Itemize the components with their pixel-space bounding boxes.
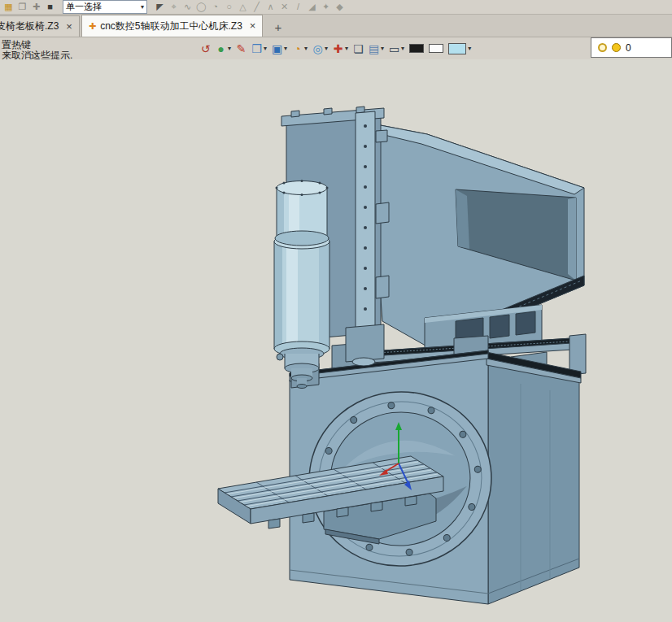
snap-line-icon[interactable]: ╱ (250, 1, 264, 13)
light-color-icon[interactable] (612, 43, 621, 52)
view-toolbar: 置热键 来取消这些提示. ↺●▾✎❒▾▣▾◔▾◎▾✚▾❏▤▾▭▾▾ 0 (0, 37, 672, 59)
selection-mode-value: 单一选择 (66, 1, 102, 13)
color-wheel-icon-dropdown[interactable]: ▾ (304, 42, 308, 55)
snap-polyline-icon[interactable]: ∧ (264, 1, 277, 13)
material-render-icon[interactable]: ● (214, 41, 228, 56)
snap-diamond-icon[interactable]: ◆ (333, 1, 347, 13)
app-window: ▦❐✚■ 单一选择 ▾ ◤⌖∿◯◔○△╱∧✕/◢✦◆ 皮椅老板椅.Z3 × ✚ … (0, 0, 672, 622)
document-tab-bar: 皮椅老板椅.Z3 × ✚ cnc数控5轴联动加工中心机床.Z3 × + (0, 15, 672, 37)
tab-document-cnc-machine[interactable]: ✚ cnc数控5轴联动加工中心机床.Z3 × (81, 15, 264, 37)
modified-document-icon: ✚ (89, 21, 96, 32)
black-color-swatch[interactable] (409, 44, 424, 53)
display-monitor-icon-dropdown[interactable]: ▾ (401, 42, 404, 55)
snap-point-icon[interactable]: ⌖ (167, 1, 181, 13)
color-wheel-icon[interactable]: ◔ (290, 41, 304, 56)
shade-mode-icon[interactable]: ◎ (311, 41, 325, 56)
lightbulb-on-icon[interactable] (598, 43, 607, 52)
top-toolbar: ▦❐✚■ 单一选择 ▾ ◤⌖∿◯◔○△╱∧✕/◢✦◆ (0, 0, 672, 15)
model-canvas[interactable] (0, 59, 672, 622)
snap-star-icon[interactable]: ✦ (319, 1, 333, 13)
new-tab-button[interactable]: + (274, 22, 281, 33)
measure-pencil-icon[interactable]: ✎ (234, 41, 248, 56)
tab-close-icon[interactable]: × (250, 21, 256, 31)
material-render-icon-dropdown[interactable]: ▾ (228, 42, 231, 55)
tab-label: 皮椅老板椅.Z3 (0, 20, 59, 33)
display-monitor-icon[interactable]: ▭ (387, 41, 401, 56)
isometric-view-cube-icon-dropdown[interactable]: ▾ (264, 42, 267, 55)
view-toolbar-icons: ↺●▾✎❒▾▣▾◔▾◎▾✚▾❏▤▾▭▾▾ (199, 41, 473, 56)
white-color-swatch[interactable] (429, 44, 443, 53)
snap-curve-icon[interactable]: ∿ (181, 1, 194, 13)
snap-arc-icon[interactable]: ◔ (208, 1, 222, 13)
clipboard-icon[interactable]: ❐ (15, 1, 29, 13)
hint-text: 置热键 来取消这些提示. (2, 40, 72, 61)
shade-mode-icon-dropdown[interactable]: ▾ (325, 42, 328, 55)
window-zoom-icon[interactable]: ❏ (351, 41, 365, 56)
quick-access-icons: ▦❐✚■ (2, 1, 57, 13)
selection-mode-combo[interactable]: 单一选择 ▾ (63, 0, 147, 14)
snap-corner-icon[interactable]: ◢ (305, 1, 319, 13)
regen-refresh-icon[interactable]: ↺ (199, 41, 212, 56)
select-arrow-icon[interactable]: ◤ (153, 1, 167, 13)
tab-close-icon[interactable]: × (66, 22, 72, 32)
snap-slash-icon[interactable]: / (291, 1, 305, 13)
combo-dropdown-arrow[interactable]: ▾ (141, 3, 144, 11)
tab-document-chair[interactable]: 皮椅老板椅.Z3 × (0, 15, 80, 37)
light-control[interactable]: 0 (591, 37, 672, 58)
snap-cross-icon[interactable]: ✕ (277, 1, 291, 13)
snap-filter-icons: ◤⌖∿◯◔○△╱∧✕/◢✦◆ (153, 1, 347, 13)
snap-circle-icon[interactable]: ◯ (194, 1, 208, 13)
cnc-machine-model[interactable] (0, 59, 672, 622)
snap-ellipse-icon[interactable]: ○ (222, 1, 236, 13)
background-color-swatch[interactable] (448, 43, 466, 54)
isometric-view-cube-icon[interactable]: ❒ (250, 41, 264, 56)
view-orientation-cube-icon-dropdown[interactable]: ▾ (284, 42, 287, 55)
tab-label: cnc数控5轴联动加工中心机床.Z3 (100, 20, 242, 33)
light-count: 0 (626, 42, 631, 54)
axis-target-icon-dropdown[interactable]: ▾ (345, 42, 348, 55)
background-color-swatch-dropdown[interactable]: ▾ (468, 42, 471, 55)
view-orientation-cube-icon[interactable]: ▣ (270, 41, 284, 56)
fill-swatch-icon[interactable]: ■ (43, 1, 57, 13)
snap-triangle-icon[interactable]: △ (236, 1, 250, 13)
axis-target-icon[interactable]: ✚ (331, 41, 345, 56)
grid-ruler-icon-dropdown[interactable]: ▾ (381, 42, 384, 55)
grid-ruler-icon[interactable]: ▤ (367, 41, 381, 56)
app-logo-icon[interactable]: ▦ (2, 1, 15, 13)
pin-icon[interactable]: ✚ (29, 1, 43, 13)
